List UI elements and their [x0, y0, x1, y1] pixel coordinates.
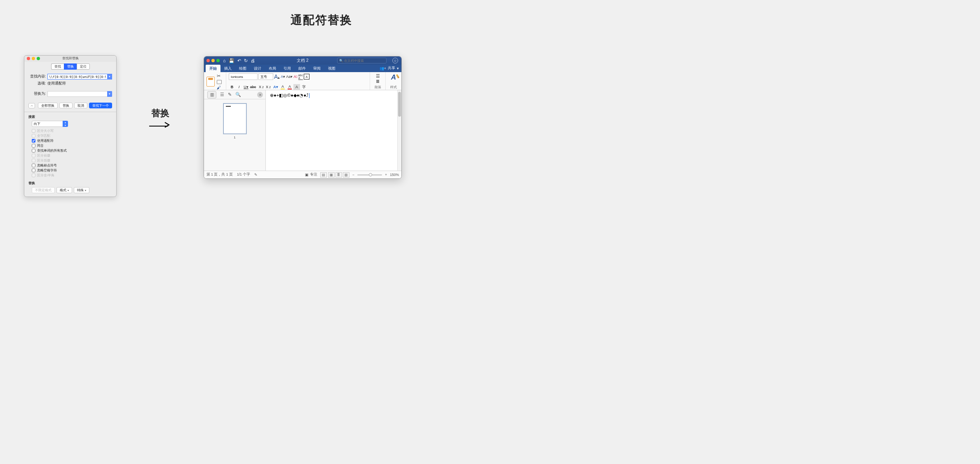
- bold-icon[interactable]: B: [229, 84, 235, 90]
- nav-close-icon[interactable]: ✕: [257, 92, 263, 98]
- styles-icon[interactable]: A: [391, 73, 396, 82]
- underline-icon[interactable]: U▾: [243, 84, 249, 90]
- document-canvas[interactable]: ⊕●+◧◎©●◆●◔●⤴: [266, 90, 401, 171]
- status-spellcheck-icon[interactable]: ✎: [254, 173, 258, 177]
- superscript-icon[interactable]: X2: [265, 84, 272, 90]
- check-full-half-width: 区分全/半角: [32, 173, 112, 178]
- tab-goto[interactable]: 定位: [77, 63, 90, 70]
- clear-format-icon[interactable]: A⃠: [293, 75, 297, 79]
- check-sounds-like[interactable]: 同音: [32, 143, 112, 148]
- save-icon[interactable]: 💾: [229, 58, 234, 63]
- cancel-button[interactable]: 取消: [74, 103, 87, 108]
- vertical-scrollbar[interactable]: [397, 90, 401, 171]
- zoom-in-icon[interactable]: +: [385, 173, 387, 177]
- replace-history-dropdown-icon[interactable]: ▾: [107, 91, 112, 97]
- ribbon-group-styles: A 样式: [386, 72, 401, 90]
- shrink-font-icon[interactable]: A▾: [281, 75, 285, 79]
- undo-icon[interactable]: ↶: [237, 58, 241, 63]
- zoom-out-icon[interactable]: −: [352, 173, 354, 177]
- paragraph-icon[interactable]: ☰≣: [376, 73, 380, 84]
- ribbon-tab-review[interactable]: 审阅: [309, 65, 324, 72]
- page-thumbnail[interactable]: [223, 103, 246, 134]
- check-all-word-forms[interactable]: 查找单词的所有形式: [32, 148, 112, 153]
- italic-icon[interactable]: I: [236, 84, 242, 90]
- format-painter-icon[interactable]: 🖌: [217, 85, 222, 90]
- ribbon-tab-draw[interactable]: 绘图: [235, 65, 250, 72]
- zoom-slider[interactable]: [357, 174, 382, 176]
- font-color-icon[interactable]: A: [286, 84, 293, 90]
- home-icon[interactable]: ⌂: [223, 58, 226, 63]
- highlight-color-icon[interactable]: A: [279, 84, 286, 90]
- magnifier-icon: 🔍: [339, 59, 343, 63]
- check-ignore-punct[interactable]: 忽略标点符号: [32, 163, 112, 168]
- options-row-label: 选项:: [28, 81, 46, 86]
- collapse-options-button[interactable]: ︿: [28, 103, 35, 108]
- print-layout-view-icon[interactable]: ▤: [320, 172, 327, 178]
- replace-all-button[interactable]: 全部替换: [38, 103, 58, 108]
- word-window: ⌂ 💾 ↶ ↻ 🖨 文档 2 🔍 ☺ 开始 插入 绘图 设计 布局 引用 邮件 …: [204, 56, 402, 179]
- print-icon[interactable]: 🖨: [251, 58, 255, 63]
- focus-mode-button[interactable]: ▣专注: [305, 172, 317, 177]
- ribbon-tab-layout[interactable]: 布局: [265, 65, 280, 72]
- close-dot-icon[interactable]: [206, 59, 210, 62]
- ribbon-tab-view[interactable]: 视图: [324, 65, 339, 72]
- char-border-icon[interactable]: A: [304, 74, 309, 80]
- grow-font-icon[interactable]: A▴: [274, 73, 280, 80]
- ribbon-tab-mail[interactable]: 邮件: [295, 65, 309, 72]
- find-history-dropdown-icon[interactable]: ▾: [107, 74, 112, 80]
- text-effects-icon[interactable]: A▾: [272, 84, 279, 90]
- outline-view-icon[interactable]: ≣: [335, 172, 342, 178]
- share-button[interactable]: 👥+共享▾: [380, 66, 399, 71]
- check-use-wildcard[interactable]: 使用通配符: [32, 138, 112, 143]
- nav-list-icon[interactable]: ☰: [220, 92, 224, 97]
- special-dropdown-button[interactable]: 特殊: [74, 187, 89, 193]
- font-family-select[interactable]: Ionicons: [229, 73, 258, 80]
- dialog-title: 查找和替换: [24, 56, 116, 61]
- tab-find[interactable]: 查找: [51, 63, 64, 70]
- paste-icon[interactable]: [206, 77, 215, 87]
- nav-search-icon[interactable]: 🔍: [235, 92, 241, 97]
- find-replace-dialog: 查找和替换 查找 替换 定位 查找内容: ▾ 选项: 使用通配符 替换为: ▾ …: [24, 55, 117, 197]
- find-next-button[interactable]: 查找下一个: [89, 103, 112, 108]
- check-ignore-whitespace[interactable]: 忽略空格字符: [32, 168, 112, 173]
- font-size-select[interactable]: 五号: [258, 73, 273, 80]
- format-dropdown-button[interactable]: 格式: [56, 187, 72, 193]
- status-words: 1/1 个字: [237, 172, 250, 177]
- ribbon-tab-home[interactable]: 开始: [206, 65, 220, 72]
- ribbon-tab-refs[interactable]: 引用: [280, 65, 295, 72]
- divider: [24, 112, 116, 112]
- replace-section-label: 替换: [28, 181, 112, 185]
- document-search: 🔍: [337, 58, 387, 63]
- focus-icon: ▣: [305, 173, 309, 177]
- replace-button[interactable]: 替换: [59, 103, 73, 108]
- status-pages: 第 1 页，共 1 页: [206, 172, 233, 177]
- draft-view-icon[interactable]: ▧: [343, 172, 349, 178]
- phonetic-guide-icon[interactable]: abcA: [298, 74, 303, 80]
- strike-icon[interactable]: abc: [250, 84, 256, 90]
- enclose-char-icon[interactable]: 字: [300, 84, 307, 90]
- subscript-icon[interactable]: X2: [258, 84, 265, 90]
- copy-icon[interactable]: [217, 80, 222, 84]
- minimize-dot-icon[interactable]: [211, 59, 215, 62]
- cut-icon[interactable]: ✂: [217, 73, 222, 79]
- zoom-level[interactable]: 150%: [390, 173, 399, 177]
- nav-thumbnails-tab[interactable]: ▥: [207, 91, 216, 98]
- tab-replace[interactable]: 替换: [64, 63, 77, 70]
- char-shading-icon[interactable]: A: [293, 84, 300, 90]
- ribbon: ✂ 🖌 粘贴 Ionicons 五号 A▴ A▾ Aa▾ A⃠ abcA A B: [204, 72, 401, 90]
- feedback-smile-icon[interactable]: ☺: [392, 58, 398, 63]
- navigation-pane: ▥ ☰ ✎ 🔍 ✕ 1: [204, 90, 266, 171]
- zoom-dot-icon[interactable]: [216, 59, 220, 62]
- ribbon-tabs: 开始 插入 绘图 设计 布局 引用 邮件 审阅 视图 👥+共享▾: [204, 65, 401, 72]
- nav-edit-icon[interactable]: ✎: [228, 92, 232, 97]
- document-search-input[interactable]: [337, 58, 387, 63]
- find-what-input[interactable]: [47, 74, 112, 80]
- change-case-icon[interactable]: Aa▾: [286, 75, 293, 79]
- ribbon-tab-design[interactable]: 设计: [250, 65, 265, 72]
- redo-icon[interactable]: ↻: [244, 58, 248, 63]
- ribbon-tab-insert[interactable]: 插入: [220, 65, 235, 72]
- arrow-icon: [148, 120, 172, 129]
- web-layout-view-icon[interactable]: ▦: [328, 172, 335, 178]
- chevron-updown-icon: ▴▾: [63, 121, 68, 127]
- replace-with-input[interactable]: [47, 91, 112, 97]
